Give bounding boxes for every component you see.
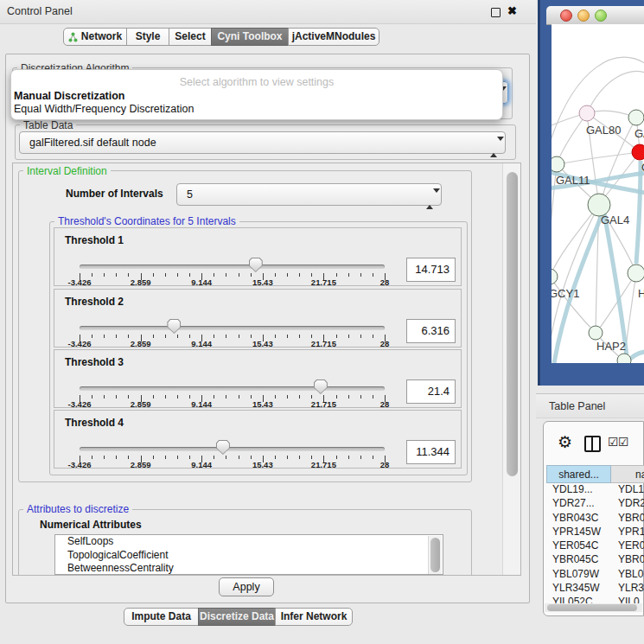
- tab-impute-data[interactable]: Impute Data: [124, 608, 199, 626]
- tab-infer-network[interactable]: Infer Network: [275, 608, 353, 626]
- slider-tick: [92, 273, 92, 277]
- slider-tick: [177, 395, 178, 399]
- table-horizontal-scrollbar-thumb[interactable]: [547, 604, 637, 611]
- slider-tick: [275, 273, 276, 277]
- tab-cyni-toolbox[interactable]: Cyni Toolbox: [211, 28, 289, 46]
- column-header-shared-name[interactable]: shared...: [546, 465, 611, 483]
- network-node-label: GCY1: [552, 287, 579, 300]
- checkbox-icon[interactable]: ☑: [618, 437, 629, 447]
- attributes-list-scrollbar[interactable]: [428, 536, 442, 575]
- threshold-panel-2: Threshold 2-3.4262.8599.14415.4321.71528…: [54, 289, 462, 348]
- slider-tick: [128, 273, 129, 277]
- slider-tick: [189, 456, 190, 459]
- table-row[interactable]: YBR043CYBR0: [546, 512, 644, 526]
- slider-tick-label: -3.426: [68, 460, 92, 469]
- table-data-combobox[interactable]: galFiltered.sif default node: [19, 131, 506, 154]
- slider-tick: [226, 456, 226, 459]
- algorithm-option-equal-width[interactable]: Equal Width/Frequency Discretization: [14, 103, 194, 115]
- tab-style[interactable]: Style: [126, 28, 169, 46]
- column-header-name[interactable]: na: [611, 465, 644, 483]
- slider-tick: [214, 273, 214, 277]
- attribute-list-item[interactable]: TopologicalCoefficient: [55, 549, 443, 563]
- algorithm-option-manual[interactable]: Manual Discretization: [14, 90, 125, 102]
- network-canvas[interactable]: GAL80GACGAL11GAL4GCY1HHAP2: [552, 24, 644, 363]
- threshold-value-field[interactable]: 14.713: [406, 258, 456, 282]
- slider-track[interactable]: [80, 386, 385, 391]
- attributes-list-scrollbar-thumb[interactable]: [430, 538, 440, 572]
- table-data-group-title: Table Data: [20, 119, 76, 131]
- number-of-intervals-combobox[interactable]: 5: [176, 183, 442, 206]
- table-row[interactable]: YDL19...YDL1: [546, 483, 644, 497]
- close-icon[interactable]: ✖: [507, 4, 517, 17]
- table-row[interactable]: YBR045CYBR0: [546, 553, 644, 567]
- slider-thumb[interactable]: [249, 258, 263, 272]
- window-minimize-traffic-light-icon[interactable]: [577, 10, 590, 22]
- network-node-ga[interactable]: [628, 110, 644, 125]
- network-node-gcy1[interactable]: [552, 269, 558, 284]
- network-node-h[interactable]: [628, 265, 644, 282]
- tab-network[interactable]: Network: [63, 28, 127, 46]
- threshold-value-field[interactable]: 21.4: [406, 379, 456, 404]
- slider-track[interactable]: [80, 326, 385, 330]
- numerical-attributes-label: Numerical Attributes: [40, 519, 142, 531]
- slider-thumb[interactable]: [167, 319, 181, 334]
- network-node-gal11[interactable]: [552, 156, 564, 172]
- tab-select[interactable]: Select: [169, 28, 212, 46]
- slider-tick-label: 21.715: [311, 277, 336, 287]
- network-node-gal80[interactable]: [579, 105, 595, 121]
- slider-tick: [116, 273, 117, 277]
- algorithm-placeholder-option[interactable]: Select algorithm to view settings: [11, 76, 502, 88]
- table-row[interactable]: YLR345WYLR3: [546, 582, 644, 596]
- tab-jactivemnodules[interactable]: jActiveMNodules: [288, 28, 379, 46]
- window-close-traffic-light-icon[interactable]: [560, 10, 572, 22]
- table-row[interactable]: YPR145WYPR1: [546, 526, 644, 539]
- slider-tick-label: 9.144: [191, 277, 212, 287]
- slider-tick: [128, 456, 129, 459]
- window-zoom-traffic-light-icon[interactable]: [595, 10, 607, 22]
- slider-tick-label: 21.715: [311, 339, 336, 348]
- attribute-list-item[interactable]: BetweennessCentrality: [55, 562, 443, 575]
- slider-tick: [336, 273, 337, 277]
- gear-icon[interactable]: ⚙: [558, 432, 572, 452]
- network-window-titlebar[interactable]: [546, 6, 644, 25]
- network-node-c[interactable]: [632, 144, 644, 160]
- float-window-icon[interactable]: [491, 8, 501, 17]
- slider-tick: [189, 395, 190, 399]
- table-row[interactable]: YDR27...YDR2: [546, 497, 644, 511]
- settings-vertical-scrollbar[interactable]: [502, 163, 521, 575]
- threshold-value-field[interactable]: 11.344: [406, 440, 456, 464]
- threshold-value-field[interactable]: 6.316: [406, 319, 456, 343]
- slider-tick: [299, 456, 300, 459]
- slider-tick: [177, 273, 178, 277]
- split-columns-icon[interactable]: [584, 436, 601, 452]
- slider-tick: [189, 335, 190, 338]
- slider-tick-label: 2.859: [131, 399, 151, 409]
- slider-track[interactable]: [80, 265, 385, 269]
- slider-tick: [348, 273, 349, 277]
- apply-button[interactable]: Apply: [219, 577, 274, 596]
- shared-name-cell: YPR145W: [546, 526, 615, 538]
- slider-track[interactable]: [80, 447, 385, 451]
- network-node-hap2[interactable]: [589, 326, 603, 340]
- slider-tick: [373, 395, 373, 399]
- slider-tick-label: -3.426: [68, 399, 92, 409]
- slider-tick: [116, 395, 117, 399]
- table-panel: ⚙ ☑ ☑ shared... na YDL19...YDL1YDR27...Y…: [543, 421, 644, 616]
- checkbox-icon[interactable]: ☑: [608, 437, 619, 447]
- slider-tick: [165, 273, 166, 277]
- tab-label: Select: [175, 29, 205, 45]
- slider-tick: [128, 395, 129, 399]
- slider-thumb[interactable]: [216, 440, 230, 455]
- table-row[interactable]: YBL079WYBL0: [546, 568, 644, 582]
- tab-discretize-data[interactable]: Discretize Data: [198, 608, 276, 626]
- slider-tick-label: 15.43: [252, 399, 273, 409]
- settings-vertical-scrollbar-thumb[interactable]: [507, 172, 518, 476]
- table-row[interactable]: YIL052CYIL0: [546, 596, 644, 603]
- slider-tick-label: 15.43: [252, 277, 273, 287]
- slider-thumb[interactable]: [314, 379, 328, 394]
- shared-name-cell: YBR043C: [546, 512, 615, 524]
- table-row[interactable]: YER054CYER0: [546, 539, 644, 553]
- network-node[interactable]: [617, 354, 631, 363]
- attribute-list-item[interactable]: SelfLoops: [55, 535, 443, 549]
- numerical-attributes-list[interactable]: SelfLoopsTopologicalCoefficientBetweenne…: [54, 534, 443, 575]
